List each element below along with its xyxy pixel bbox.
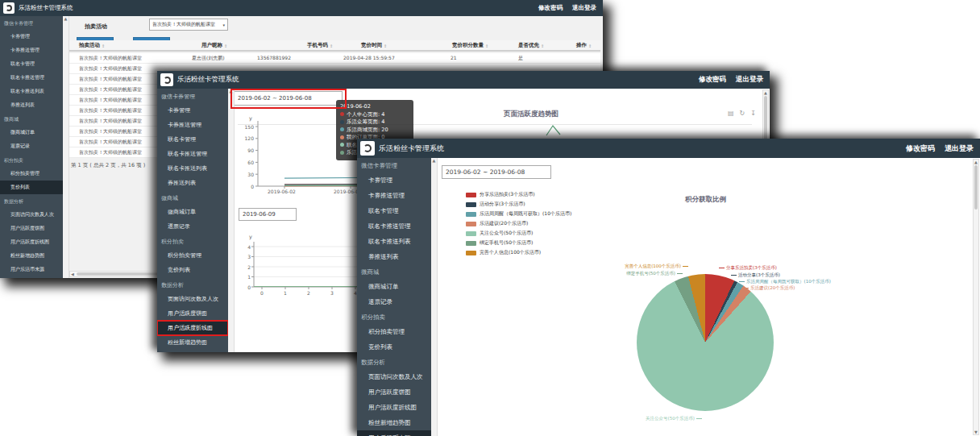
sidebar-item[interactable]: 联名卡推送列表: [357, 234, 431, 249]
sidebar-item[interactable]: 联名卡管理: [0, 57, 63, 71]
window-scrollbar[interactable]: ▲▼: [973, 159, 979, 435]
sidebar-item[interactable]: 联名卡推送管理: [357, 218, 431, 234]
legend-item[interactable]: 完善个人信息(100个乐活币): [466, 249, 571, 256]
sidebar-item[interactable]: 微商城订单: [157, 205, 228, 219]
table-header-cell[interactable]: 操作↕: [576, 42, 587, 49]
refresh-chart-icon[interactable]: ↻: [740, 110, 745, 117]
sidebar-item[interactable]: 微商城订单: [357, 279, 431, 294]
scroll-down-icon[interactable]: ▼: [974, 430, 978, 434]
sidebar-section-label: 数据分析: [157, 277, 228, 292]
scroll-left-icon[interactable]: ◀: [71, 272, 74, 276]
sidebar-item[interactable]: 粉丝新增趋势图: [0, 249, 63, 263]
sidebar-item[interactable]: 卡券推送管理: [357, 188, 431, 203]
pie-chart[interactable]: [637, 274, 774, 411]
sidebar-item[interactable]: 竞价列表: [0, 181, 63, 194]
table-header-cell[interactable]: 手机号码↕: [307, 42, 328, 49]
date-range-input[interactable]: 2019-06-02 ~ 2019-06-08: [234, 91, 343, 106]
sidebar-item[interactable]: 用户乐活币来源: [0, 263, 63, 276]
sort-icon[interactable]: ↕: [384, 44, 387, 48]
legend-item[interactable]: 活动分享(3个乐活币): [466, 201, 571, 208]
date-single-input[interactable]: 2019-06-09: [239, 208, 297, 221]
sort-icon[interactable]: ↕: [588, 44, 592, 48]
legend-item[interactable]: 乐活周周醒（每周既可获取）(10个乐活币): [466, 210, 571, 218]
sort-icon[interactable]: ↕: [330, 44, 333, 48]
logout-link[interactable]: 退出登录: [572, 4, 596, 12]
sidebar-item[interactable]: 联名卡推送列表: [157, 161, 228, 176]
download-chart-icon[interactable]: ↧: [750, 110, 756, 117]
sidebar-item[interactable]: 券推送列表: [0, 98, 63, 112]
sidebar-item[interactable]: 用户活跃度折线图: [0, 235, 63, 249]
table-cell: 首次拍卖！大师级的帆船课堂: [79, 149, 142, 156]
logout-link[interactable]: 退出登录: [945, 143, 974, 154]
sidebar-section-label: 微商城: [0, 112, 63, 126]
sidebar-item[interactable]: 联名卡管理: [357, 203, 431, 218]
sidebar-item[interactable]: 粉丝画像分析: [0, 276, 63, 278]
sidebar-item[interactable]: 用户活跃度饼图: [157, 306, 228, 321]
auction-activity-select[interactable]: 首次拍卖！大师级的帆船课堂 ▾: [149, 19, 228, 31]
sidebar-item[interactable]: 联名卡推送管理: [157, 147, 228, 161]
content-scrollbar[interactable]: ▲: [228, 89, 235, 352]
sidebar-item[interactable]: 卡券推送管理: [0, 44, 63, 57]
sidebar-item[interactable]: 用户活跃度折线图: [357, 400, 431, 415]
legend-item[interactable]: 分享乐活拍卖(3个乐活币): [466, 191, 571, 198]
scroll-up-icon[interactable]: ▲: [974, 160, 978, 164]
data-view-icon[interactable]: ▤: [728, 110, 734, 117]
change-password-link[interactable]: 修改密码: [538, 4, 563, 12]
sort-icon[interactable]: ↕: [485, 44, 488, 48]
scroll-up-icon[interactable]: ▲: [763, 90, 768, 95]
sidebar-item[interactable]: 微商城订单: [0, 126, 63, 139]
sidebar-item[interactable]: 用户活跃度折线图: [157, 321, 228, 335]
sidebar-item[interactable]: 竞价列表: [157, 263, 228, 277]
sidebar-item[interactable]: 卡券推送管理: [157, 118, 228, 132]
axis-tick-label: 120: [235, 135, 254, 141]
series-dot-icon: [340, 112, 344, 116]
sidebar-item[interactable]: 积分拍卖管理: [357, 324, 431, 339]
table-header-cell[interactable]: 是否优先↕: [518, 42, 539, 49]
sidebar-item[interactable]: 联名卡管理: [157, 132, 228, 147]
change-password-link[interactable]: 修改密码: [699, 75, 726, 85]
date-range-input[interactable]: 2019-06-02 ~ 2019-06-08: [442, 165, 551, 179]
sidebar-item[interactable]: 券推送列表: [357, 249, 431, 264]
sidebar-section-label: 数据分析: [0, 194, 63, 208]
table-cell: 2019-04-28 15:59:57: [343, 55, 395, 60]
sidebar-item[interactable]: 退票记录: [357, 294, 431, 309]
sidebar-item[interactable]: 卡券管理: [157, 103, 228, 118]
sidebar-item[interactable]: 粉丝新增趋势图: [157, 335, 228, 350]
sidebar-item[interactable]: 券推送列表: [157, 176, 228, 190]
sidebar-item[interactable]: 联名卡推送列表: [0, 85, 63, 98]
sidebar-item[interactable]: 用户乐活币来源: [357, 430, 431, 436]
sidebar-item[interactable]: 联名卡推送管理: [0, 71, 63, 85]
sort-icon[interactable]: ↕: [102, 44, 105, 48]
sidebar-item[interactable]: 积分拍卖管理: [0, 167, 63, 181]
sidebar-item[interactable]: 页面访问次数及人次: [0, 208, 63, 222]
sidebar-item[interactable]: 页面访问次数及人次: [157, 292, 228, 306]
sidebar-item[interactable]: 用户活跃度饼图: [357, 384, 431, 400]
logout-link[interactable]: 退出登录: [736, 75, 763, 85]
table-header-cell[interactable]: 竞价积分数量↕: [452, 42, 484, 49]
table-header-cell[interactable]: 用户昵称↕: [201, 42, 222, 49]
sort-icon[interactable]: ↕: [541, 44, 544, 48]
sidebar-item[interactable]: 页面访问次数及人次: [357, 369, 431, 384]
sort-icon[interactable]: ↕: [224, 44, 227, 48]
table-header-cell[interactable]: 竞价时间↕: [361, 42, 382, 49]
legend-item[interactable]: 绑定手机号(50个乐活币): [466, 239, 571, 247]
content-scrollbar[interactable]: ▲: [431, 158, 438, 436]
sidebar-item[interactable]: 粉丝新增趋势图: [357, 415, 431, 430]
pagination: 第 1 页 ( 总共 2 页，共 16 项 ): [71, 162, 145, 169]
sidebar-item[interactable]: 卡券管理: [0, 30, 63, 44]
legend-swatch-icon: [466, 241, 476, 246]
sidebar-item[interactable]: 积分拍卖管理: [157, 248, 228, 263]
table-header-cell[interactable]: 拍卖活动↕: [79, 42, 100, 49]
legend-item[interactable]: 乐活建议(20个乐活币): [466, 220, 571, 227]
topbar: 乐活粉丝卡管理系统 修改密码 退出登录: [357, 139, 980, 158]
axis-tick-label: 2: [307, 290, 310, 296]
legend-item[interactable]: 关注公众号(50个乐活币): [466, 230, 571, 237]
sidebar-item[interactable]: 用户活跃度饼图: [0, 222, 63, 235]
change-password-link[interactable]: 修改密码: [906, 143, 935, 154]
sidebar-item[interactable]: 竞价列表: [357, 339, 431, 355]
sidebar-item[interactable]: 卡券管理: [357, 172, 431, 188]
sidebar-item[interactable]: 退票记录: [157, 219, 228, 234]
sidebar-item[interactable]: 用户乐活币来源: [157, 350, 228, 352]
sidebar-item[interactable]: 退票记录: [0, 139, 63, 153]
content-scrollbar[interactable]: ▲: [63, 16, 69, 278]
